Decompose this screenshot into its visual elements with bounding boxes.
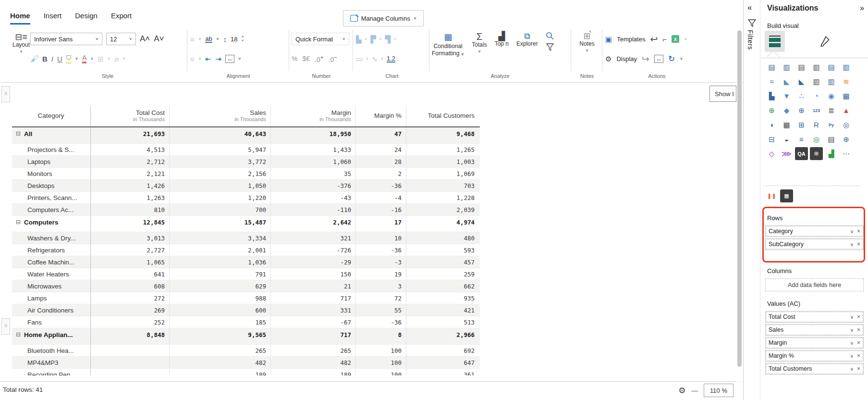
row-label[interactable]: Refrigerators: [12, 244, 90, 256]
value-cell[interactable]: 9,565: [169, 328, 270, 344]
table-row[interactable]: Laptops2,7123,7721,060281,003: [12, 156, 480, 168]
value-cell[interactable]: 4,513: [90, 144, 169, 155]
row-label[interactable]: Computers Ac...: [12, 204, 90, 215]
horizontal-align-button[interactable]: ≡: [190, 55, 195, 62]
value-cell[interactable]: 3,013: [90, 232, 169, 244]
table-row[interactable]: Water Heaters64179115019259: [12, 268, 480, 280]
area-chart-icon[interactable]: ◣: [780, 75, 793, 88]
filled-map-icon[interactable]: ◆: [780, 104, 793, 117]
value-cell[interactable]: 24: [355, 144, 406, 155]
stacked-area-chart-icon[interactable]: ◣: [795, 75, 808, 88]
metrics-icon[interactable]: ◎: [810, 133, 823, 146]
value-cell[interactable]: 55: [355, 304, 406, 316]
text-overflow-button[interactable]: ↔: [225, 55, 234, 63]
row-label[interactable]: Printers, Scann...: [12, 192, 90, 203]
column-header-total-cost[interactable]: Total Costin Thousands: [90, 105, 169, 126]
bold-button[interactable]: B: [42, 55, 48, 63]
table-row[interactable]: Monitors2,1212,1563521,069: [12, 168, 480, 180]
chevron-down-icon[interactable]: ∨: [850, 353, 854, 359]
more-options-icon[interactable]: ⋯: [840, 147, 853, 160]
italic-button[interactable]: I: [51, 55, 53, 63]
stacked-column-chart-icon[interactable]: ▥: [780, 61, 793, 74]
table-row[interactable]: Microwaves608629213662: [12, 280, 480, 292]
stepper-icon[interactable]: ˄˅: [241, 35, 244, 43]
value-cell[interactable]: 40,643: [169, 127, 270, 143]
inforiver-charts-custom-icon[interactable]: ▌▐: [765, 189, 778, 202]
table-row[interactable]: Desktops1,4261,050-376-36703: [12, 180, 480, 192]
collapse-row-icon[interactable]: ⊟: [16, 130, 21, 137]
collapse-pane-icon[interactable]: »: [860, 4, 864, 12]
value-cell[interactable]: 10: [355, 232, 406, 244]
qna-icon[interactable]: ◒: [780, 133, 793, 146]
multi-row-card-icon[interactable]: ≣: [825, 104, 838, 117]
table-row[interactable]: ⊟All21,69340,64318,950479,468: [12, 127, 480, 144]
ribbon-chart-icon[interactable]: ≋: [840, 75, 853, 88]
value-cell[interactable]: 265: [169, 345, 270, 356]
fit-width-icon[interactable]: ↔: [654, 55, 663, 63]
smart-narrative-icon[interactable]: ≡: [795, 133, 808, 146]
value-cell[interactable]: 2: [355, 168, 406, 179]
analytics-tab[interactable]: [865, 31, 868, 52]
value-cell[interactable]: -16: [355, 204, 406, 215]
value-cell[interactable]: 47: [355, 127, 406, 143]
inforiver-matrix-selected-icon[interactable]: ⊞: [810, 147, 823, 160]
collapse-row-icon[interactable]: ⊟: [16, 331, 21, 338]
value-cell[interactable]: -726: [270, 244, 355, 256]
decrease-font-button[interactable]: A˅: [154, 34, 164, 44]
value-cell[interactable]: 321: [270, 232, 355, 244]
python-visual-icon[interactable]: Py: [825, 118, 838, 131]
value-cell[interactable]: 791: [169, 268, 270, 280]
line-stacked-column-chart-icon[interactable]: ▥: [810, 75, 823, 88]
value-cell[interactable]: [90, 357, 169, 368]
font-size-select[interactable]: 12 ∨: [106, 33, 136, 45]
manage-columns-button[interactable]: Manage Columns ∨: [343, 10, 424, 26]
value-cell[interactable]: 810: [90, 204, 169, 215]
format-painter-icon[interactable]: 🖌︎: [30, 55, 38, 63]
highlight-color-button[interactable]: ⛉: [66, 54, 72, 64]
scrollbar-thumb[interactable]: [737, 30, 742, 367]
table-icon[interactable]: ▦: [780, 118, 793, 131]
line-clustered-column-chart-icon[interactable]: ▥: [825, 75, 838, 88]
chevron-down-icon[interactable]: ∨: [850, 242, 854, 247]
values-chip-margin-[interactable]: Margin %∨×: [765, 350, 864, 362]
vertical-scrollbar[interactable]: [736, 0, 742, 400]
tab-insert[interactable]: Insert: [44, 12, 62, 25]
cell-chart-button[interactable]: ▭: [356, 55, 363, 62]
table-row[interactable]: Projectors & S...4,5135,9471,433241,265: [12, 144, 480, 156]
value-cell[interactable]: 2,039: [406, 204, 479, 215]
value-cell[interactable]: 269: [90, 304, 169, 316]
rows-chip-subcategory[interactable]: SubCategory∨×: [765, 238, 864, 250]
wrap-text-button[interactable]: ab: [205, 36, 212, 43]
value-cell[interactable]: [90, 345, 169, 356]
tab-export[interactable]: Export: [111, 12, 132, 25]
value-cell[interactable]: -3: [355, 256, 406, 268]
tab-design[interactable]: Design: [75, 12, 98, 25]
row-label[interactable]: Desktops: [12, 180, 90, 191]
chevron-down-icon[interactable]: ∨: [850, 340, 854, 346]
value-cell[interactable]: -43: [270, 192, 355, 203]
value-cell[interactable]: -36: [355, 244, 406, 256]
value-cell[interactable]: 1,265: [406, 144, 479, 155]
value-cell[interactable]: 988: [169, 292, 270, 304]
value-cell[interactable]: 513: [406, 316, 479, 328]
table-row[interactable]: Coffee Machin...1,0651,036-29-3457: [12, 256, 480, 268]
collapse-row-icon[interactable]: ⊟: [16, 219, 21, 225]
remove-field-icon[interactable]: ×: [857, 326, 860, 333]
increase-decimal-button[interactable]: .0+: [315, 54, 324, 63]
value-cell[interactable]: 1,036: [169, 256, 270, 268]
values-chip-total-cost[interactable]: Total Cost∨×: [765, 311, 864, 323]
table-row[interactable]: Lamps27298871772935: [12, 292, 480, 304]
row-label[interactable]: MP4&MP3: [12, 357, 90, 368]
column-header-margin[interactable]: Marginin Thousands: [270, 105, 355, 126]
row-label[interactable]: Recording Pen: [12, 369, 90, 375]
value-cell[interactable]: 252: [90, 316, 169, 328]
drag-handle-bottom[interactable]: ⠿: [1, 318, 10, 335]
row-label[interactable]: Fans: [12, 316, 90, 328]
conditional-formatting-button[interactable]: ▦ Conditional Formatting ∨: [432, 32, 464, 57]
values-chip-margin[interactable]: Margin∨×: [765, 337, 864, 349]
ruler-icon[interactable]: ⌐: [662, 36, 667, 43]
notes-button[interactable]: ⊞̚ Notes ∨: [574, 32, 600, 53]
value-cell[interactable]: -67: [270, 316, 355, 328]
value-cell[interactable]: 15,487: [169, 216, 270, 232]
value-cell[interactable]: 259: [406, 268, 479, 280]
